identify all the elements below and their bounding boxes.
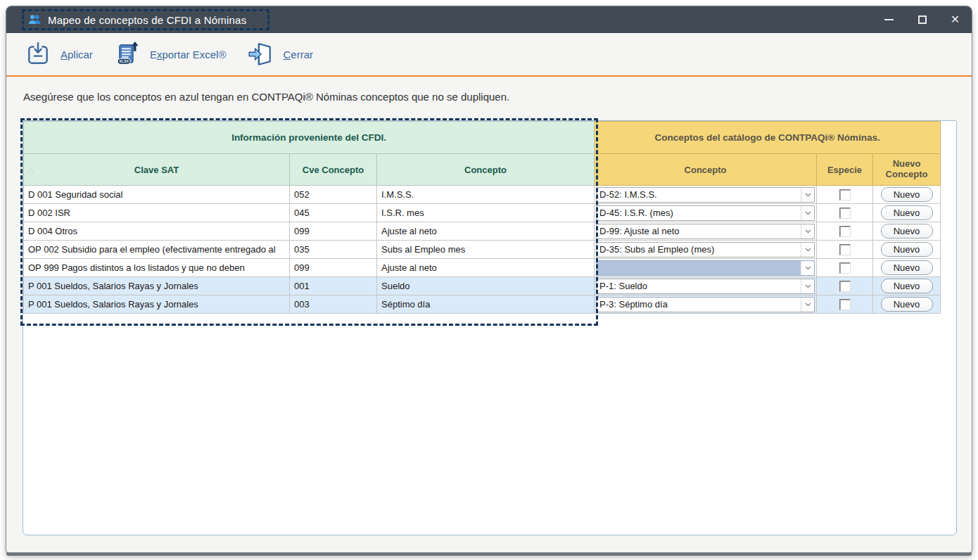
- concepto-nominas-dropdown[interactable]: [596, 260, 815, 276]
- concepto-nominas-dropdown[interactable]: D-52: I.M.S.S.: [596, 187, 815, 203]
- especie-checkbox[interactable]: [839, 299, 851, 310]
- clave-sat-cell: P 001 Sueldos, Salarios Rayas y Jornales: [24, 295, 290, 314]
- nuevo-button[interactable]: Nuevo: [881, 205, 933, 221]
- close-icon: ✕: [951, 14, 960, 25]
- column-header-concepto-cfdi[interactable]: Concepto: [377, 154, 595, 186]
- table-row: OP 999 Pagos distintos a los listados y …: [24, 259, 941, 277]
- clave-sat-cell: P 001 Sueldos, Salarios Rayas y Jornales: [24, 277, 290, 295]
- svg-text:XLSX: XLSX: [119, 59, 129, 63]
- aplicar-button[interactable]: Aplicar: [25, 41, 93, 68]
- nuevo-button[interactable]: Nuevo: [881, 260, 933, 276]
- concepto-nominas-dropdown[interactable]: P-3: Séptimo día: [596, 297, 815, 312]
- cerrar-label: Cerrar: [283, 49, 313, 61]
- clave-sat-cell: D 004 Otros: [24, 222, 290, 241]
- table-panel: Información proveniente del CFDI. Concep…: [23, 120, 957, 535]
- concepto-cfdi-cell: Ajuste al neto: [377, 259, 595, 277]
- aplicar-label: Aplicar: [61, 49, 93, 61]
- especie-checkbox[interactable]: [839, 208, 851, 219]
- cve-concepto-cell: 003: [290, 295, 377, 314]
- concepto-cfdi-cell: I.M.S.S.: [377, 186, 595, 204]
- chevron-down-icon[interactable]: [801, 224, 814, 238]
- concepto-cfdi-cell: Sueldo: [377, 277, 595, 295]
- concepto-nominas-dropdown[interactable]: D-45: I.S.R. (mes): [596, 205, 815, 221]
- chevron-down-icon[interactable]: [801, 298, 814, 312]
- clave-sat-cell: OP 002 Subsidio para el empleo (efectiva…: [24, 241, 290, 259]
- mapping-table: Información proveniente del CFDI. Concep…: [23, 121, 941, 314]
- chevron-down-icon[interactable]: [801, 279, 814, 293]
- cve-concepto-cell: 099: [290, 222, 377, 241]
- nuevo-button[interactable]: Nuevo: [881, 187, 933, 203]
- especie-checkbox[interactable]: [839, 226, 851, 237]
- cve-concepto-cell: 035: [290, 241, 377, 259]
- nuevo-button[interactable]: Nuevo: [881, 279, 933, 294]
- sort-ascending-icon: △: [28, 165, 34, 174]
- nuevo-button[interactable]: Nuevo: [881, 224, 933, 239]
- clave-sat-cell: D 001 Seguridad social: [24, 186, 290, 204]
- table-row: D 002 ISR 045 I.S.R. mes D-45: I.S.R. (m…: [24, 204, 941, 222]
- table-row: D 004 Otros 099 Ajuste al neto D-99: Aju…: [24, 222, 941, 241]
- cve-concepto-cell: 045: [290, 204, 377, 222]
- maximize-icon: [918, 15, 927, 24]
- especie-checkbox[interactable]: [839, 262, 851, 274]
- cerrar-button[interactable]: Cerrar: [247, 41, 313, 68]
- window-title: Mapeo de conceptos de CFDI a Nóminas: [48, 14, 246, 26]
- especie-checkbox[interactable]: [839, 189, 851, 201]
- titlebar: Mapeo de conceptos de CFDI a Nóminas ✕: [6, 6, 972, 33]
- excel-export-icon: XLSX: [114, 41, 141, 68]
- close-button[interactable]: ✕: [939, 6, 972, 33]
- chevron-down-icon[interactable]: [801, 206, 814, 220]
- group-header-nominas: Conceptos del catálogo de CONTPAQi® Nómi…: [595, 122, 941, 154]
- clave-sat-cell: D 002 ISR: [24, 204, 290, 222]
- column-header-nuevo-concepto[interactable]: Nuevo Concepto: [873, 154, 941, 186]
- concepto-cfdi-cell: Subs al Empleo mes: [377, 241, 595, 259]
- table-row: P 001 Sueldos, Salarios Rayas y Jornales…: [24, 295, 941, 314]
- table-row: P 001 Sueldos, Salarios Rayas y Jornales…: [24, 277, 941, 295]
- clave-sat-cell: OP 999 Pagos distintos a los listados y …: [24, 259, 290, 277]
- chevron-down-icon[interactable]: [801, 243, 814, 257]
- column-header-clave-sat[interactable]: △Clave SAT: [24, 154, 290, 186]
- concepto-cfdi-cell: Séptimo día: [377, 295, 595, 314]
- concepto-cfdi-cell: Ajuste al neto: [377, 222, 595, 241]
- apply-download-icon: [25, 41, 51, 68]
- chevron-down-icon[interactable]: [801, 261, 814, 275]
- concepto-nominas-dropdown[interactable]: D-35: Subs al Empleo (mes): [596, 242, 815, 257]
- minimize-icon: [884, 19, 894, 20]
- table-row: OP 002 Subsidio para el empleo (efectiva…: [24, 241, 941, 259]
- especie-checkbox[interactable]: [839, 244, 851, 255]
- minimize-button[interactable]: [872, 6, 906, 33]
- window-controls: ✕: [872, 6, 972, 33]
- exportar-excel-label: Exportar Excel®: [150, 49, 227, 61]
- column-header-cve-concepto[interactable]: Cve Concepto: [290, 154, 377, 186]
- people-icon: [27, 13, 42, 27]
- column-header-especie[interactable]: Especie: [817, 154, 873, 186]
- concepto-cfdi-cell: I.S.R. mes: [377, 204, 595, 222]
- instruction-text: Asegúrese que los conceptos en azul teng…: [6, 77, 972, 116]
- cve-concepto-cell: 001: [290, 277, 377, 295]
- concepto-nominas-dropdown[interactable]: D-99: Ajuste al neto: [596, 224, 815, 239]
- group-header-row: Información proveniente del CFDI. Concep…: [24, 122, 941, 154]
- exit-door-icon: [247, 41, 274, 68]
- group-header-cfdi: Información proveniente del CFDI.: [24, 122, 595, 154]
- nuevo-button[interactable]: Nuevo: [881, 242, 933, 257]
- exportar-excel-button[interactable]: XLSX Exportar Excel®: [114, 41, 227, 68]
- app-window: Mapeo de conceptos de CFDI a Nóminas ✕ A…: [6, 6, 972, 553]
- chevron-down-icon[interactable]: [801, 188, 814, 202]
- concepto-nominas-dropdown[interactable]: P-1: Sueldo: [596, 279, 815, 294]
- cve-concepto-cell: 099: [290, 259, 377, 277]
- especie-checkbox[interactable]: [839, 281, 851, 292]
- column-header-row: △Clave SAT Cve Concepto Concepto Concept…: [24, 154, 941, 186]
- column-header-concepto-nominas[interactable]: Concepto: [595, 154, 817, 186]
- maximize-button[interactable]: [906, 6, 939, 33]
- toolbar: Aplicar XLSX Exportar Excel®: [6, 33, 972, 77]
- nuevo-button[interactable]: Nuevo: [881, 297, 933, 312]
- table-row: D 001 Seguridad social 052 I.M.S.S. D-52…: [24, 186, 941, 204]
- cve-concepto-cell: 052: [290, 186, 377, 204]
